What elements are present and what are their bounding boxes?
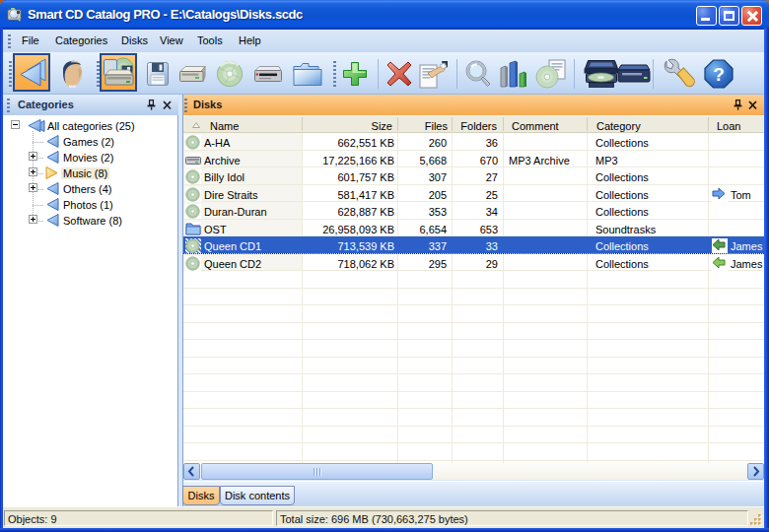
svg-text:?: ? [713, 64, 725, 85]
